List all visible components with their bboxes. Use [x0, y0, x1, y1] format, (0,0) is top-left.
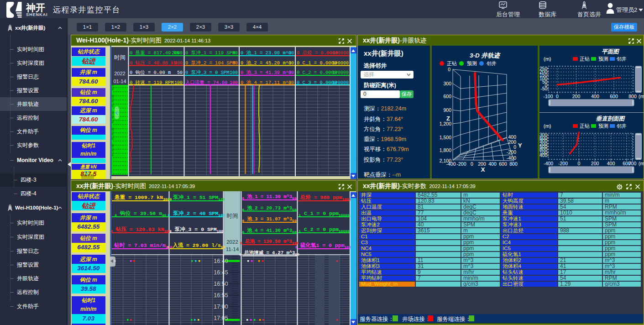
svg-text:50: 50 [177, 70, 183, 75]
svg-text:00: 00 [232, 51, 238, 56]
svg-text:0 泵冲_2 = 104 SPM: 0 泵冲_2 = 104 SPM [185, 60, 235, 66]
svg-text:0 泵冲_1 = 51 SPM120: 0 泵冲_1 = 51 SPM120 [168, 194, 225, 201]
svg-text:0 池_4 = 41.30 m^300: 0 池_4 = 41.30 m^300 [242, 227, 297, 234]
svg-text:0 钩位 = 39.58 m40: 0 钩位 = 39.58 m40 [115, 210, 167, 217]
svg-text:邻井: 邻井 [617, 123, 627, 129]
svg-text:600: 600 [443, 94, 451, 99]
svg-text:0 泵冲_3 = 0 SPM100: 0 泵冲_3 = 0 SPM100 [169, 226, 223, 233]
svg-text:0 池_3 = 31.07 m^350: 0 池_3 = 31.07 m^350 [242, 216, 297, 223]
svg-text:0 池_3 = 41.39 m^3: 0 池_3 = 41.39 m^3 [241, 70, 291, 75]
svg-text:Y: Y [518, 142, 522, 149]
svg-text:X: X [481, 166, 485, 173]
svg-text:2022: 2022 [226, 239, 238, 245]
svg-text:400: 400 [591, 94, 599, 99]
svg-text:-100: -100 [543, 94, 553, 99]
svg-text:00:00:00: 00:00:00 [111, 79, 115, 90]
svg-text:(m): (m) [639, 161, 644, 166]
svg-text:-50: -50 [541, 86, 548, 91]
svg-text:17:05: 17:05 [214, 315, 228, 321]
svg-text:02:00:00: 02:00:00 [111, 111, 115, 123]
svg-text:04:00:00: 04:00:00 [111, 144, 115, 156]
svg-text:100: 100 [230, 70, 238, 75]
svg-text:0 C_1 = 0.0000: 0 C_1 = 0.0000 [297, 60, 337, 66]
svg-text:0 总烃 = 0.0000: 0 总烃 = 0.0000 [297, 50, 338, 56]
svg-text:200: 200 [572, 94, 581, 99]
svg-text:Z: Z [446, 115, 450, 122]
svg-text:邻井: 邻井 [487, 61, 497, 66]
svg-text:0 C_2 = 0.0000: 0 C_2 = 0.0000 [297, 70, 337, 75]
svg-text:(m): (m) [544, 123, 551, 129]
svg-text:3-D 井轨迹: 3-D 井轨迹 [470, 52, 501, 59]
svg-text:16:40: 16:40 [214, 258, 228, 264]
svg-text:0 泵冲_1 = 119 SPM: 0 泵冲_1 = 119 SPM [185, 50, 235, 56]
svg-text:-200: -200 [558, 161, 568, 166]
svg-text:平面图: 平面图 [602, 48, 619, 55]
svg-text:0 池_1 = 11.30 m^350: 0 池_1 = 11.30 m^350 [242, 194, 297, 200]
svg-text:0 钻压 = 40.66 kN: 0 钻压 = 40.66 kN [130, 60, 177, 66]
svg-text:00: 00 [232, 61, 238, 66]
svg-text:(m): (m) [639, 94, 644, 99]
svg-text:正钻: 正钻 [580, 123, 590, 129]
svg-text:400: 400 [607, 161, 615, 166]
svg-text:0: 0 [471, 161, 473, 167]
svg-text:0 入流 = 29.80 l/s50: 0 入流 = 29.80 l/s50 [167, 242, 225, 249]
svg-text:0: 0 [513, 144, 516, 150]
svg-text:900: 900 [443, 107, 451, 113]
svg-text:800: 800 [509, 161, 518, 167]
svg-text:16:50: 16:50 [214, 281, 228, 287]
svg-text:300: 300 [443, 81, 451, 86]
svg-text:0 泵冲_2 = 40 SPM100: 0 泵冲_2 = 40 SPM100 [168, 210, 225, 217]
svg-text:正钻: 正钻 [447, 61, 457, 66]
svg-text:0 池_2 = 45.20 m^3: 0 池_2 = 45.20 m^3 [241, 60, 291, 66]
svg-text:-400: -400 [446, 161, 456, 167]
svg-text:时间: 时间 [227, 213, 238, 219]
svg-text:预测: 预测 [598, 123, 608, 129]
svg-text:0: 0 [578, 161, 581, 166]
svg-text:600: 600 [610, 94, 618, 99]
svg-text:1#0000: 1#0000 [332, 70, 349, 75]
svg-text:2000: 2000 [172, 51, 183, 56]
svg-text:时间: 时间 [114, 54, 126, 61]
svg-text:800: 800 [628, 94, 637, 99]
svg-text:200: 200 [591, 161, 599, 166]
svg-text:0 池_2 = 20.73 m^350: 0 池_2 = 20.73 m^350 [242, 205, 297, 212]
svg-text:0: 0 [448, 67, 450, 72]
svg-text:0 总池 = 130.50 m^3198: 0 总池 = 130.50 m^3198 [240, 238, 299, 245]
svg-text:1,500: 1,500 [440, 135, 451, 140]
svg-text:0: 0 [556, 94, 559, 99]
svg-text:00: 00 [288, 61, 294, 66]
svg-text:1 硫化氢1 = 0 ppm1000: 1 硫化氢1 = 0 ppm1000 [295, 242, 351, 249]
svg-text:1,800: 1,800 [440, 147, 451, 153]
svg-text:01:00:00: 01:00:00 [111, 95, 115, 107]
svg-text:-400: -400 [507, 155, 516, 161]
svg-text:0 悬重 = 1009.7 kN3000: 0 悬重 = 1009.7 kN3000 [111, 194, 172, 201]
svg-text:700: 700 [628, 161, 637, 166]
svg-text:11-14: 11-14 [226, 246, 239, 252]
svg-text:-200: -200 [507, 149, 516, 155]
svg-text:-400: -400 [544, 161, 553, 166]
svg-text:预测: 预测 [598, 56, 608, 62]
svg-text:600: 600 [499, 161, 507, 167]
svg-text:1 总烃 = 988 ppm10000: 1 总烃 = 988 ppm10000 [295, 194, 351, 201]
svg-text:0 总池增减 = 4.27 m^350: 0 总池增减 = 4.27 m^350 [239, 250, 299, 257]
svg-text:300: 300 [174, 61, 183, 66]
svg-text:-200: -200 [456, 161, 466, 167]
svg-text:0 池_1 = 23.90 m^3: 0 池_1 = 23.90 m^3 [241, 50, 291, 56]
svg-text:0 钩位 = 0.00 m: 0 钩位 = 0.00 m [130, 70, 171, 75]
svg-text:03:00:00: 03:00:00 [111, 128, 115, 140]
svg-text:0 钻时 = 7.03 min/m200: 0 钻时 = 7.03 min/m200 [111, 242, 173, 249]
svg-text:1#0000: 1#0000 [332, 51, 349, 56]
svg-text:00: 00 [288, 51, 294, 56]
svg-text:0 钻压 = 120.83 kN300: 0 钻压 = 120.83 kN300 [111, 226, 171, 233]
svg-text:1#0000: 1#0000 [332, 61, 349, 66]
svg-text:16:55: 16:55 [214, 292, 228, 299]
svg-text:0 泵冲_3 = 0 SPM: 0 泵冲_3 = 0 SPM [185, 70, 230, 75]
svg-text:垂直剖面图: 垂直剖面图 [596, 115, 625, 122]
svg-text:预测: 预测 [467, 61, 477, 66]
svg-text:00: 00 [288, 70, 294, 75]
svg-text:正钻: 正钻 [580, 56, 590, 62]
svg-text:17:00: 17:00 [214, 304, 228, 310]
svg-text:2022: 2022 [114, 71, 125, 76]
svg-text:(m): (m) [544, 56, 551, 62]
svg-text:400: 400 [488, 161, 497, 167]
